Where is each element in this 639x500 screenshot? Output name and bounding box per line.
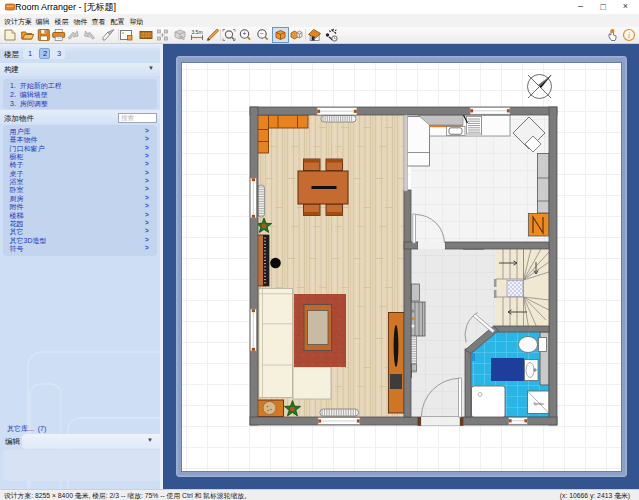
svg-text:3.5m: 3.5m bbox=[191, 29, 202, 35]
svg-text:−: − bbox=[260, 30, 264, 37]
svg-text:+: + bbox=[243, 30, 247, 37]
svg-text:Sprcha: Sprcha bbox=[533, 402, 543, 406]
svg-text:i: i bbox=[628, 31, 630, 40]
